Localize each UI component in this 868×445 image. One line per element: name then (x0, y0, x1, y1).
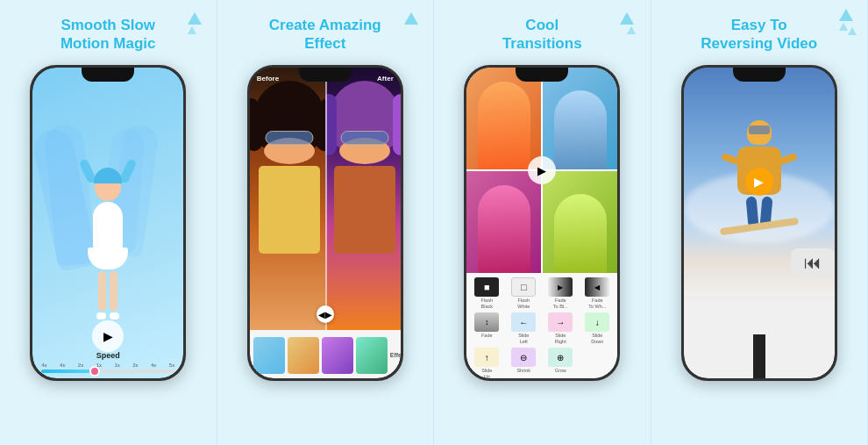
trans-label-slide-down: SlideDown (591, 333, 603, 344)
before-after-split: Before After (250, 68, 401, 330)
trans-grow[interactable]: ⊕ Grow (544, 348, 577, 378)
panel-title-3: Cool Transitions (502, 16, 582, 54)
speed-fill (41, 370, 92, 373)
effects-strip: Effects (250, 330, 401, 378)
girl-shirt (93, 202, 123, 250)
play-button-4[interactable]: ▶ (745, 168, 773, 196)
effect-thumb-3[interactable] (322, 337, 353, 374)
quadrant-3 (466, 171, 541, 273)
trans-slide-left[interactable]: ← SlideLeft (507, 312, 540, 344)
transitions-grid: ■ FlashBlack □ FlashWhite ▶ FadeTo Bl...… (466, 273, 617, 378)
play-icon-3: ▶ (537, 164, 546, 177)
decorative-triangles-4 (837, 7, 858, 37)
panel-transitions: Cool Transitions ▶ (434, 0, 651, 445)
girl-shoes (96, 312, 119, 319)
trans-label-fade-white: FadeTo Wh... (588, 298, 606, 309)
panel-slow-motion: Smooth Slow Motion Magic (0, 0, 217, 445)
speed-label: Speed (39, 351, 176, 360)
phone-screen-3: ▶ ■ FlashBlack □ FlashWhite ▶ FadeTo Bl.… (466, 68, 617, 378)
play-icon-1: ▶ (103, 329, 113, 343)
effects-label: Effects (390, 352, 401, 358)
trans-fade[interactable]: ↕ Fade (470, 312, 503, 344)
phone-mockup-2: Before After (247, 65, 403, 381)
decorative-triangles-2 (402, 11, 420, 26)
girl-skirt (88, 248, 128, 269)
decorative-triangles (186, 11, 203, 36)
trans-label-slide-left: SlideLeft (518, 333, 529, 344)
phone-mockup-1: ▶ Speed 4x4x2x1x1x2x4x5x (30, 65, 186, 381)
trans-flash-white[interactable]: □ FlashWhite (507, 277, 540, 309)
effect-thumb-2[interactable] (288, 337, 319, 374)
trans-icon-fade: ↕ (474, 312, 499, 332)
girl-head (95, 175, 121, 201)
girl-legs (98, 271, 117, 311)
phone-screen-4: ▶ ⏮ (684, 68, 835, 378)
trans-flash-black[interactable]: ■ FlashBlack (470, 277, 503, 309)
trans-label-fade-black: FadeTo Bl... (553, 298, 568, 309)
trans-icon-slide-left: ← (511, 312, 536, 332)
after-side: After (325, 68, 401, 330)
trans-label-slide-up: SlideUp (481, 368, 492, 378)
trans-icon-fade-white: ◀ (585, 277, 609, 297)
effect-thumb-1[interactable] (253, 337, 285, 374)
speed-markers: 4x4x2x1x1x2x4x5x (39, 362, 176, 368)
girl-figure (82, 166, 134, 319)
trans-icon-slide-up: ↑ (474, 348, 499, 367)
phone-screen-1: ▶ Speed 4x4x2x1x1x2x4x5x (32, 68, 183, 378)
trans-icon-fade-black: ▶ (548, 277, 573, 297)
trans-slide-right[interactable]: → SlideRight (544, 312, 577, 344)
quadrant-4 (543, 171, 617, 273)
quadrant-1 (466, 68, 541, 169)
effects-label-container: Effects (390, 350, 401, 360)
trans-icon-flash-black: ■ (474, 277, 499, 297)
trans-label-shrink: Shrink (516, 368, 530, 374)
panel-title-1: Smooth Slow Motion Magic (60, 16, 156, 54)
trans-icon-slide-right: → (548, 312, 573, 332)
panel-title-4: Easy To Reversing Video (701, 16, 817, 54)
trans-icon-flash-white: □ (511, 277, 536, 297)
phone-mockup-4: ▶ ⏮ (681, 65, 837, 381)
trans-icon-slide-down: ↓ (585, 312, 609, 332)
trans-slide-down[interactable]: ↓ SlideDown (580, 312, 614, 344)
split-arrow[interactable]: ◀▶ (317, 305, 334, 323)
speed-track[interactable] (41, 370, 174, 373)
rewind-icon: ⏮ (804, 253, 822, 273)
trans-fade-white[interactable]: ◀ FadeTo Wh... (580, 277, 614, 309)
filmstrip (753, 334, 765, 378)
panel-effects: Create Amazing Effect Before (217, 0, 435, 445)
trans-icon-shrink: ⊖ (511, 348, 536, 367)
speed-thumb[interactable] (89, 366, 100, 377)
transition-image-area: ▶ (466, 68, 617, 273)
play-icon-4: ▶ (754, 175, 764, 189)
trans-shrink[interactable]: ⊖ Shrink (507, 348, 540, 378)
effect-thumb-4[interactable] (356, 337, 388, 374)
speed-controls: Speed 4x4x2x1x1x2x4x5x (39, 351, 176, 373)
split-divider (325, 68, 327, 330)
panel-reverse: Easy To Reversing Video (651, 0, 869, 445)
trans-slide-up[interactable]: ↑ SlideUp (470, 348, 503, 378)
trans-label-fade: Fade (481, 333, 493, 339)
trans-fade-black[interactable]: ▶ FadeTo Bl... (544, 277, 577, 309)
before-side: Before (250, 68, 325, 330)
trans-label-slide-right: SlideRight (555, 333, 566, 344)
trans-label-flash-white: FlashWhite (517, 298, 530, 309)
quadrant-2 (543, 68, 617, 169)
phone-screen-2: Before After (250, 68, 401, 378)
play-button-1[interactable]: ▶ (92, 320, 124, 352)
rewind-button[interactable]: ⏮ (791, 248, 835, 276)
trans-icon-grow: ⊕ (548, 348, 573, 367)
play-button-3[interactable]: ▶ (528, 156, 556, 184)
phone-mockup-3: ▶ ■ FlashBlack □ FlashWhite ▶ FadeTo Bl.… (464, 65, 620, 381)
panel-title-2: Create Amazing Effect (269, 16, 381, 54)
trans-label-grow: Grow (555, 368, 566, 374)
decorative-triangles-3 (618, 11, 637, 36)
trans-label-flash-black: FlashBlack (481, 298, 493, 309)
